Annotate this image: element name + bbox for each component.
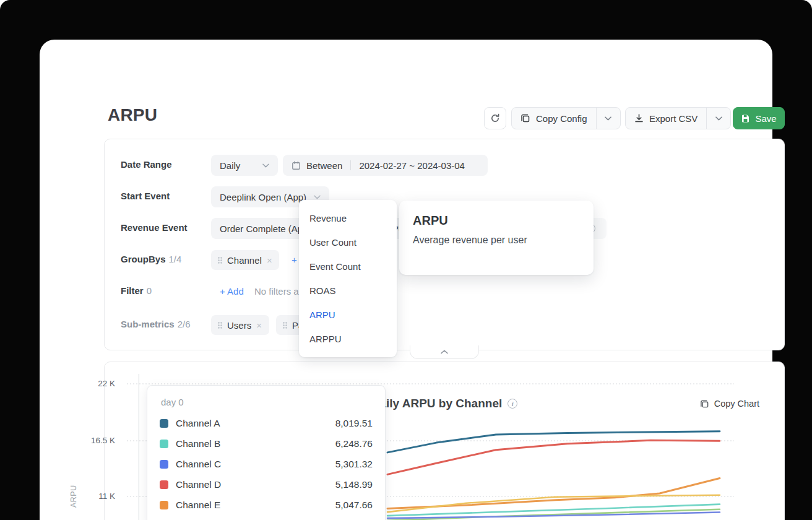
chevron-down-icon [605,116,611,121]
refresh-icon [490,113,500,123]
save-icon [741,114,750,123]
export-csv-label: Export CSV [649,113,698,124]
copy-config-button[interactable]: Copy Config [512,108,596,129]
metric-description-tooltip: ARPU Average revenue per user [399,201,594,275]
series-name: Channel E [176,500,220,511]
submetric-chip-label: Users [227,320,251,331]
series-value: 5,148.99 [335,479,373,490]
tooltip-row: Channel F 3,411.94 [160,515,373,520]
groupby-chip-label: Channel [227,255,262,266]
granularity-value: Daily [220,160,240,171]
tooltip-row: Channel D 5,148.99 [160,474,373,495]
start-event-label: Start Event [121,191,170,201]
series-swatch [160,419,168,428]
copy-config-split-button: Copy Config [511,107,621,129]
date-range-label: Date Range [121,159,172,170]
remove-icon[interactable]: × [267,256,272,265]
tooltip-row: Channel C 5,301.32 [160,454,373,475]
series-name: Channel C [176,459,221,470]
chart-tooltip: day 0 Channel A 8,019.51 Channel B 6,248… [147,385,386,520]
metric-dropdown-menu: Revenue User Count Event Count ROAS ARPU… [299,200,397,357]
tooltip-header: day 0 [161,397,373,407]
chart-title: Daily ARPU by Channel [371,397,503,410]
series-value: 6,248.76 [335,438,373,449]
date-mode: Between [306,160,342,171]
series-name: Channel B [176,438,220,449]
add-filter-button[interactable]: + Add [220,286,244,297]
series-name: Channel D [176,479,221,490]
ytick-22k: 22 K [78,379,115,388]
date-range-value: 2024-02-27 ~ 2024-03-04 [359,160,465,171]
app-window: ARPU Copy Config Export CSV Save [0,0,812,520]
series-value: 5,047.66 [335,500,373,511]
chevron-down-icon [262,163,269,168]
tooltip-row: Channel A 8,019.51 [160,414,373,434]
copy-config-menu-button[interactable] [596,108,620,129]
series-value: 8,019.51 [335,418,373,429]
menu-item-arpu[interactable]: ARPU [299,303,397,327]
series-swatch [160,440,168,448]
submetrics-label: Sub-metrics2/6 [121,319,191,329]
save-label: Save [755,113,776,124]
menu-item-arppu[interactable]: ARPPU [299,327,397,351]
groupbys-label: GroupBys1/4 [121,254,181,264]
series-swatch [160,460,168,469]
remove-icon[interactable]: × [256,321,262,330]
filter-label: Filter0 [121,285,152,296]
groupby-chip-channel[interactable]: Channel × [211,250,279,270]
ytick-11k: 11 K [78,492,115,501]
refresh-button[interactable] [484,107,506,129]
start-event-value: Deeplink Open (App) [220,192,306,202]
chevron-up-icon [441,350,448,354]
save-button[interactable]: Save [733,107,785,129]
calendar-icon [292,161,301,170]
divider [350,160,351,170]
chevron-down-icon [314,195,321,199]
copy-chart-button[interactable]: Copy Chart [700,399,759,409]
page-title: ARPU [108,105,157,125]
drag-handle-icon[interactable] [283,322,287,329]
tooltip-row: Channel B 6,248.76 [160,434,373,454]
y-axis-label: ARPU [69,477,80,516]
revenue-event-value: Order Complete (App) [220,223,311,234]
date-range-picker[interactable]: Between 2024-02-27 ~ 2024-03-04 [283,155,488,176]
series-value: 5,301.32 [335,459,373,470]
submetric-chip-users[interactable]: Users × [211,315,269,335]
download-icon [634,113,644,123]
copy-icon [520,113,530,123]
copy-chart-label: Copy Chart [714,399,759,409]
info-icon[interactable]: i [508,399,517,409]
chevron-down-icon [715,116,722,121]
menu-item-event-count[interactable]: Event Count [299,254,397,279]
export-csv-split-button: Export CSV [625,107,731,129]
ytick-16-5k: 16.5 K [78,436,115,445]
series-swatch [160,501,168,509]
export-csv-menu-button[interactable] [706,108,730,129]
series-swatch [160,480,168,489]
export-csv-button[interactable]: Export CSV [626,108,706,129]
metric-tip-title: ARPU [413,214,580,228]
copy-config-label: Copy Config [536,113,587,124]
menu-item-revenue[interactable]: Revenue [299,206,397,230]
copy-icon [700,399,709,409]
tooltip-row: Channel E 5,047.66 [160,495,373,515]
drag-handle-icon[interactable] [218,322,222,329]
drag-handle-icon[interactable] [218,257,222,264]
granularity-select[interactable]: Daily [211,155,278,176]
menu-item-user-count[interactable]: User Count [299,230,397,254]
collapse-panel-button[interactable] [410,345,479,359]
menu-item-roas[interactable]: ROAS [299,279,397,303]
series-name: Channel A [176,418,220,429]
revenue-event-label: Revenue Event [121,222,188,233]
metric-tip-description: Average revenue per user [413,235,580,246]
